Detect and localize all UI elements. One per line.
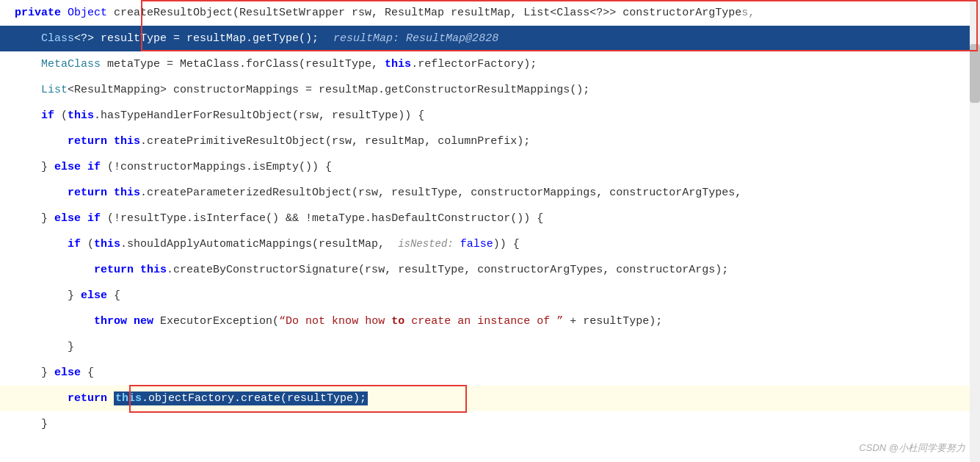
code-line: } else { bbox=[0, 283, 980, 308]
code-line: MetaClass metaType = MetaClass.forClass(… bbox=[0, 51, 980, 77]
selection-highlight: this.objectFactory.create(resultType); bbox=[114, 391, 368, 405]
code-line-selected: Class<?> resultType = resultMap.getType(… bbox=[0, 26, 980, 51]
code-line: private Object createResultObject(Result… bbox=[0, 0, 980, 26]
scrollbar-thumb[interactable] bbox=[970, 44, 980, 103]
code-content: private Object createResultObject(Result… bbox=[0, 0, 980, 437]
code-line: } else if (!resultType.isInterface() && … bbox=[0, 206, 980, 231]
code-line: return this.createParameterizedResultObj… bbox=[0, 180, 980, 206]
code-line: } bbox=[0, 334, 980, 360]
string-literal: “Do not know how to create an instance o… bbox=[279, 315, 563, 328]
code-line: List<ResultMapping> constructorMappings … bbox=[0, 77, 980, 103]
code-line: return this.createPrimitiveResultObject(… bbox=[0, 129, 980, 154]
code-line: } else if (!constructorMappings.isEmpty(… bbox=[0, 154, 980, 180]
code-line: if (this.shouldApplyAutomaticMappings(re… bbox=[0, 231, 980, 257]
code-editor: private Object createResultObject(Result… bbox=[0, 0, 980, 462]
code-line: return this.createByConstructorSignature… bbox=[0, 257, 980, 283]
keyword-class: Class bbox=[41, 32, 74, 45]
scrollbar[interactable] bbox=[970, 0, 980, 462]
code-line: throw new ExecutorException(“Do not know… bbox=[0, 308, 980, 334]
keyword-meta: MetaClass bbox=[41, 58, 101, 71]
param-hint: isNested: bbox=[398, 238, 454, 250]
debug-hint: resultMap: ResultMap@2828 bbox=[333, 32, 498, 45]
keyword-object: Object bbox=[68, 7, 107, 19]
code-line: } else { bbox=[0, 360, 980, 386]
code-line-highlighted: return this.objectFactory.create(resultT… bbox=[0, 386, 980, 411]
keyword-private: private bbox=[15, 7, 61, 19]
code-line: if (this.hasTypeHandlerForResultObject(r… bbox=[0, 103, 980, 129]
code-line: } bbox=[0, 411, 980, 437]
watermark: CSDN @小杜同学要努力 bbox=[859, 441, 965, 455]
